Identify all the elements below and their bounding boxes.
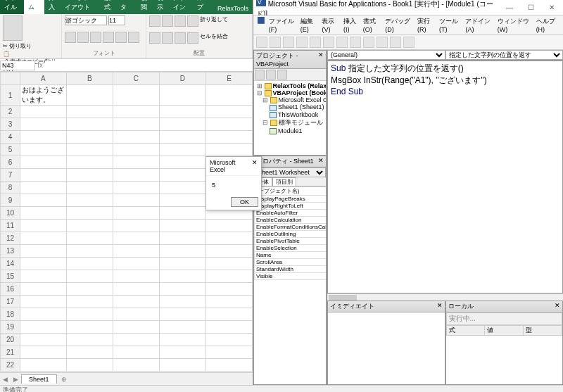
tb-reset-icon[interactable] xyxy=(390,37,401,48)
align-left-button[interactable] xyxy=(149,32,160,44)
cell-B18[interactable] xyxy=(66,308,113,321)
cell-A19[interactable] xyxy=(20,321,66,334)
cell-A11[interactable] xyxy=(20,220,66,232)
cell-B16[interactable] xyxy=(66,283,113,296)
cell-A7[interactable] xyxy=(20,169,66,182)
font-color-button[interactable] xyxy=(128,32,139,43)
cell-D4[interactable] xyxy=(159,131,205,144)
code-hscroll[interactable] xyxy=(327,293,563,301)
menu-view[interactable]: 表示(V) xyxy=(322,17,339,33)
row-header-22[interactable]: 22 xyxy=(1,359,20,372)
align-right-button[interactable] xyxy=(175,32,186,44)
cell-C15[interactable] xyxy=(113,270,159,283)
cell-A3[interactable] xyxy=(20,118,66,131)
wrap-text-button[interactable] xyxy=(187,15,198,27)
tab-home[interactable]: ホーム xyxy=(24,0,44,14)
cell-A12[interactable] xyxy=(20,232,66,245)
cell-D20[interactable] xyxy=(159,334,205,346)
cell-D13[interactable] xyxy=(159,245,205,258)
cell-A17[interactable] xyxy=(20,296,66,308)
sheet-nav-prev[interactable]: ◀ xyxy=(0,376,11,383)
tb-break-icon[interactable] xyxy=(377,37,388,48)
cell-B14[interactable] xyxy=(66,258,113,270)
cell-B22[interactable] xyxy=(66,359,113,372)
msgbox-close-icon[interactable]: ✕ xyxy=(252,159,258,173)
tree-excel-objects[interactable]: ⊟ Microsoft Excel Objects xyxy=(255,96,324,103)
new-sheet-button[interactable]: ⊕ xyxy=(57,376,71,383)
tab-relaxtools[interactable]: RelaxTools xyxy=(213,3,253,14)
col-header-A[interactable]: A xyxy=(20,72,66,85)
menu-format[interactable]: 書式(O) xyxy=(363,17,381,33)
cell-B12[interactable] xyxy=(66,232,113,245)
menu-edit[interactable]: 編集(E) xyxy=(301,17,318,33)
cell-B15[interactable] xyxy=(66,270,113,283)
cell-D18[interactable] xyxy=(159,308,205,321)
cell-A21[interactable] xyxy=(20,346,66,359)
sheet-nav-next[interactable]: ▶ xyxy=(11,376,21,383)
row-header-10[interactable]: 10 xyxy=(1,207,20,220)
tab-addin[interactable]: アドイン xyxy=(169,0,193,14)
cell-C13[interactable] xyxy=(113,245,159,258)
minimize-button[interactable]: — xyxy=(501,4,518,11)
tab-help[interactable]: ヘルプ xyxy=(193,0,213,14)
cell-E20[interactable] xyxy=(205,334,252,346)
cell-E13[interactable] xyxy=(205,245,252,258)
tab-file[interactable]: ファイル xyxy=(0,0,24,14)
cell-D15[interactable] xyxy=(159,270,205,283)
prop-row[interactable]: EnableCalculationTrue xyxy=(255,217,327,224)
tb-excel-icon[interactable] xyxy=(256,37,267,48)
worksheet-grid[interactable]: ABCDE1おはようございます。234567891011121314151617… xyxy=(0,72,253,372)
cell-C3[interactable] xyxy=(113,118,159,131)
cell-A13[interactable] xyxy=(20,245,66,258)
row-header-15[interactable]: 15 xyxy=(1,270,20,283)
sheet-tab-1[interactable]: Sheet1 xyxy=(21,374,57,384)
cell-A14[interactable] xyxy=(20,258,66,270)
prop-row[interactable]: EnableFormatConditionsCalculationTrue xyxy=(255,224,327,231)
underline-button[interactable] xyxy=(90,32,101,43)
menu-window[interactable]: ウィンドウ(W) xyxy=(498,17,532,33)
prop-row[interactable]: EnableAutoFilterFalse xyxy=(255,210,327,217)
copy-button[interactable]: 📋 xyxy=(3,51,58,57)
cell-C17[interactable] xyxy=(113,296,159,308)
cell-C16[interactable] xyxy=(113,283,159,296)
formula-input[interactable] xyxy=(45,61,253,70)
row-header-9[interactable]: 9 xyxy=(1,194,20,207)
prop-row[interactable]: (オブジェクト名)Sheet1 xyxy=(255,187,327,196)
cell-D2[interactable] xyxy=(159,106,205,118)
cell-C5[interactable] xyxy=(113,144,159,156)
cell-A9[interactable] xyxy=(20,194,66,207)
cell-B20[interactable] xyxy=(66,334,113,346)
row-header-7[interactable]: 7 xyxy=(1,169,20,182)
cell-C12[interactable] xyxy=(113,232,159,245)
cell-C14[interactable] xyxy=(113,258,159,270)
row-header-3[interactable]: 3 xyxy=(1,118,20,131)
maximize-button[interactable]: ☐ xyxy=(522,4,539,11)
toggle-folders-icon[interactable] xyxy=(277,70,287,80)
cell-E14[interactable] xyxy=(205,258,252,270)
prop-row[interactable]: DisplayRightToLeftFalse xyxy=(255,203,327,210)
cell-C11[interactable] xyxy=(113,220,159,232)
cell-B6[interactable] xyxy=(66,156,113,169)
cell-C9[interactable] xyxy=(113,194,159,207)
cell-D8[interactable] xyxy=(159,182,205,194)
row-header-17[interactable]: 17 xyxy=(1,296,20,308)
immediate-close-icon[interactable]: ✕ xyxy=(437,302,443,311)
tree-relaxtools[interactable]: ⊞ RelaxTools (Relaxtools.x xyxy=(255,82,324,89)
code-editor[interactable]: Sub 指定した文字列の位置を返す() MsgBox InStr(Range("… xyxy=(327,61,563,293)
tb-design-icon[interactable] xyxy=(403,37,415,48)
cell-A5[interactable] xyxy=(20,144,66,156)
name-box[interactable] xyxy=(0,61,35,70)
cell-B4[interactable] xyxy=(66,131,113,144)
cell-D12[interactable] xyxy=(159,232,205,245)
font-size-input[interactable] xyxy=(108,15,125,25)
cell-E11[interactable] xyxy=(205,220,252,232)
cell-D6[interactable] xyxy=(159,156,205,169)
cell-B13[interactable] xyxy=(66,245,113,258)
cell-C21[interactable] xyxy=(113,346,159,359)
tb-run-icon[interactable] xyxy=(363,37,374,48)
row-header-4[interactable]: 4 xyxy=(1,131,20,144)
cell-B19[interactable] xyxy=(66,321,113,334)
tab-review[interactable]: 校閲 xyxy=(137,0,153,14)
tb-paste-icon[interactable] xyxy=(310,37,321,48)
align-top-button[interactable] xyxy=(149,15,160,27)
